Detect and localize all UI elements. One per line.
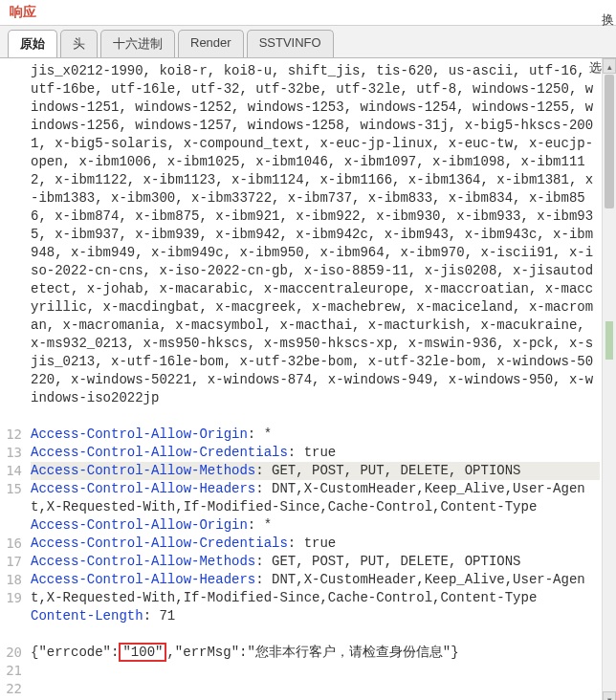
line-number: 16: [0, 535, 27, 553]
line-number: 20: [0, 644, 27, 662]
tab-Render[interactable]: Render: [178, 30, 244, 57]
line-number: 18: [0, 571, 27, 589]
code-line[interactable]: {"errcode":"100","errMsg":"您非本行客户，请检查身份信…: [31, 644, 600, 662]
tab-十六进制[interactable]: 十六进制: [100, 30, 175, 57]
tab-头[interactable]: 头: [60, 30, 98, 57]
line-number: 17: [0, 553, 27, 571]
line-number: 19: [0, 589, 27, 607]
code-line[interactable]: Access-Control-Allow-Methods: GET, POST,…: [31, 462, 600, 480]
response-body[interactable]: jis_x0212-1990, koi8-r, koi8-u, shift_ji…: [27, 58, 602, 700]
code-line[interactable]: [31, 625, 600, 644]
encoding-list: jis_x0212-1990, koi8-r, koi8-u, shift_ji…: [31, 62, 600, 426]
vertical-scrollbar[interactable]: ▴ ▾: [602, 58, 616, 700]
errcode-value: "100": [119, 643, 166, 662]
side-label-1: 换: [602, 11, 614, 29]
line-number: 12: [0, 426, 27, 444]
code-line[interactable]: Access-Control-Allow-Origin: *: [31, 516, 600, 535]
code-line[interactable]: Access-Control-Allow-Headers: DNT,X-Cust…: [31, 571, 600, 607]
line-number: 13: [0, 444, 27, 462]
line-number: 21: [0, 662, 27, 680]
scroll-up-button[interactable]: ▴: [603, 58, 616, 74]
line-number: 22: [0, 680, 27, 698]
response-title: 响应: [0, 0, 616, 26]
tab-bar: 原始头十六进制RenderSSTVINFO: [0, 26, 616, 58]
line-number: 15: [0, 480, 27, 498]
code-line[interactable]: Access-Control-Allow-Headers: DNT,X-Cust…: [31, 480, 600, 516]
code-line[interactable]: Access-Control-Allow-Origin: *: [31, 426, 600, 444]
scroll-down-button[interactable]: ▾: [603, 691, 616, 700]
scrollbar-marker: [605, 321, 613, 360]
line-number-gutter: 1213141516171819202122: [0, 58, 27, 700]
code-line[interactable]: Content-Length: 71: [31, 607, 600, 625]
line-number: 14: [0, 462, 27, 480]
code-line[interactable]: Access-Control-Allow-Credentials: true: [31, 535, 600, 553]
code-line[interactable]: Access-Control-Allow-Credentials: true: [31, 444, 600, 462]
code-line[interactable]: Access-Control-Allow-Methods: GET, POST,…: [31, 553, 600, 571]
scrollbar-thumb[interactable]: [605, 75, 614, 208]
tab-SSTVINFO[interactable]: SSTVINFO: [247, 30, 334, 57]
tab-原始[interactable]: 原始: [8, 30, 57, 57]
